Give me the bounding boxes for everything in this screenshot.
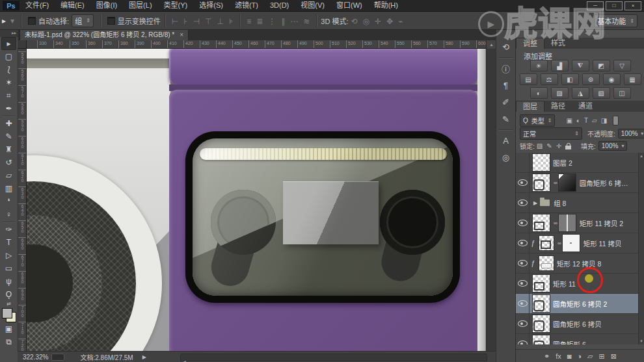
- lock-position-icon[interactable]: ✛: [554, 142, 563, 149]
- visibility-toggle[interactable]: [516, 253, 530, 273]
- menu-item-3[interactable]: 图层(L): [123, 0, 157, 11]
- vibrance-icon[interactable]: ▽: [613, 60, 631, 71]
- layer-name[interactable]: 矩形 12 拷贝 8: [557, 259, 601, 268]
- layer-row[interactable]: ∞ 矩形 11 拷贝 2: [516, 213, 644, 233]
- close-button[interactable]: ×: [624, 1, 641, 10]
- healing-brush-tool[interactable]: ✚: [1, 117, 16, 130]
- brush-panel-icon[interactable]: ✎: [498, 112, 514, 126]
- foreground-color-swatch[interactable]: [2, 308, 12, 318]
- visibility-toggle[interactable]: [516, 274, 530, 293]
- tab-paths[interactable]: 路径: [544, 101, 572, 112]
- tab-layers[interactable]: 图层: [516, 101, 544, 112]
- gradient-tool[interactable]: ▥: [1, 182, 16, 195]
- pen-tool[interactable]: ✑: [1, 223, 16, 236]
- link-layers-icon[interactable]: ⚭: [544, 352, 550, 361]
- menu-item-8[interactable]: 视图(V): [295, 0, 330, 11]
- distribute-icon-1[interactable]: ≣: [254, 17, 265, 26]
- align-icon-4[interactable]: ⊥: [214, 17, 226, 26]
- visibility-toggle[interactable]: [516, 334, 530, 344]
- menu-item-5[interactable]: 选择(S): [193, 0, 229, 11]
- hand-tool[interactable]: ψ: [1, 275, 16, 288]
- menu-item-0[interactable]: 文件(F): [20, 0, 55, 11]
- channel-mixer-icon[interactable]: ◉: [603, 73, 621, 85]
- layer-thumbnail[interactable]: [532, 294, 550, 313]
- eyedropper-tool[interactable]: ✒: [1, 102, 16, 115]
- scroll-left-icon[interactable]: ◄: [181, 359, 187, 362]
- show-transform-checkbox[interactable]: [107, 17, 115, 25]
- blend-mode-dropdown[interactable]: 正常 ⇕: [520, 127, 582, 140]
- black-white-icon[interactable]: ◧: [561, 73, 579, 85]
- distribute-icon-5[interactable]: ≋: [301, 17, 312, 26]
- new-group-icon[interactable]: ▱: [587, 352, 593, 361]
- brightness-contrast-icon[interactable]: ☀: [530, 60, 548, 71]
- selective-color-icon[interactable]: ◫: [613, 87, 631, 99]
- levels-icon[interactable]: ▟: [551, 60, 569, 71]
- 3d-mode-icon-0[interactable]: ⟲: [348, 17, 360, 26]
- add-mask-icon[interactable]: ◙: [567, 352, 572, 360]
- lock-transparency-icon[interactable]: ▨: [535, 142, 544, 149]
- auto-select-checkbox[interactable]: [28, 17, 36, 25]
- zoom-tool[interactable]: Ǫ: [1, 288, 16, 301]
- visibility-toggle[interactable]: [516, 153, 530, 172]
- paragraph-panel-icon[interactable]: ¶: [498, 78, 514, 92]
- info-panel-icon[interactable]: ⓘ: [498, 61, 514, 75]
- filter-smart-icon[interactable]: ◨: [599, 117, 609, 124]
- clone-stamp-tool[interactable]: ♜: [1, 143, 16, 156]
- align-icon-3[interactable]: ⊤: [202, 17, 214, 26]
- swap-colors-icon[interactable]: ⇄: [7, 301, 11, 307]
- layer-thumbnail[interactable]: [532, 315, 550, 333]
- layer-thumbnail[interactable]: [532, 335, 550, 344]
- horizontal-scrollbar[interactable]: ◄: [180, 354, 487, 361]
- crop-tool[interactable]: ⌗: [1, 89, 16, 102]
- photo-filter-icon[interactable]: ⊛: [582, 73, 600, 85]
- layer-name[interactable]: 矩形 11 拷贝 2: [580, 218, 624, 228]
- group-expand-icon[interactable]: ▶: [533, 200, 537, 206]
- visibility-toggle[interactable]: [516, 173, 530, 192]
- threshold-icon[interactable]: ◮: [572, 87, 589, 99]
- type-tool[interactable]: T: [1, 236, 16, 249]
- layer-thumbnail[interactable]: [532, 153, 550, 172]
- posterize-icon[interactable]: ▨: [551, 87, 569, 99]
- status-arrow-icon[interactable]: ▶: [142, 354, 146, 360]
- lock-all-icon[interactable]: [565, 146, 571, 149]
- visibility-toggle[interactable]: [516, 193, 530, 213]
- invert-icon[interactable]: ◐: [530, 87, 548, 99]
- layer-name[interactable]: 圆角矩形 6: [553, 339, 586, 345]
- menu-item-7[interactable]: 3D(D): [264, 0, 295, 11]
- quick-select-tool[interactable]: ✶: [1, 76, 16, 89]
- move-tool-icon[interactable]: ▸: [0, 16, 8, 25]
- adjustment-layer-icon[interactable]: ◑: [577, 352, 582, 360]
- filter-type-icon[interactable]: T: [582, 117, 590, 124]
- layer-name[interactable]: 圆角矩形 6 拷贝: [553, 319, 602, 329]
- layer-thumbnail[interactable]: [539, 255, 554, 271]
- layer-mask-thumbnail[interactable]: [562, 234, 580, 252]
- layer-name[interactable]: 矩形 11 拷贝: [584, 239, 622, 248]
- path-select-tool[interactable]: ▷: [1, 249, 16, 262]
- layer-filter-dropdown[interactable]: Ǫ 类型 ⇕: [520, 114, 555, 127]
- 3d-mode-icon-2[interactable]: ✛: [372, 17, 384, 26]
- color-balance-icon[interactable]: ⚖: [541, 73, 558, 85]
- menu-item-2[interactable]: 图像(I): [90, 0, 123, 11]
- visibility-toggle[interactable]: [516, 314, 530, 333]
- character-panel-icon[interactable]: A: [498, 133, 514, 148]
- history-brush-tool[interactable]: ↺: [1, 156, 16, 169]
- maximize-button[interactable]: □: [606, 1, 623, 10]
- opacity-field[interactable]: 100% ▾: [618, 129, 644, 138]
- tool-preset-arrow-icon[interactable]: ▾: [8, 16, 17, 25]
- layer-row[interactable]: 圆角矩形 6 拷贝: [516, 314, 644, 334]
- layers-scrollbar[interactable]: ▲ ▼: [638, 153, 644, 344]
- layer-thumbnail[interactable]: [532, 274, 550, 292]
- distribute-icon-4[interactable]: ⋯: [288, 17, 301, 26]
- filter-toggle-icon[interactable]: [613, 116, 619, 125]
- 3d-mode-icon-3[interactable]: ✥: [384, 17, 396, 26]
- 3d-mode-icon-1[interactable]: ◎: [360, 17, 372, 26]
- layer-mask-thumbnail[interactable]: [558, 174, 576, 192]
- lasso-tool[interactable]: ⟅: [1, 63, 16, 76]
- layer-row-selected[interactable]: 圆角矩形 6 拷贝 2: [516, 294, 644, 314]
- layer-row[interactable]: ▶ 组 8: [516, 193, 644, 213]
- layer-row[interactable]: ∞ 圆角矩形 6 拷…: [516, 173, 644, 193]
- menu-item-4[interactable]: 类型(Y): [158, 0, 194, 11]
- color-lookup-icon[interactable]: ▦: [624, 73, 641, 85]
- tab-channels[interactable]: 通道: [572, 101, 599, 112]
- document-tab[interactable]: 未标题-1.psd @ 322% (圆角矩形 6 拷贝 2, RGB/8) * …: [20, 29, 189, 41]
